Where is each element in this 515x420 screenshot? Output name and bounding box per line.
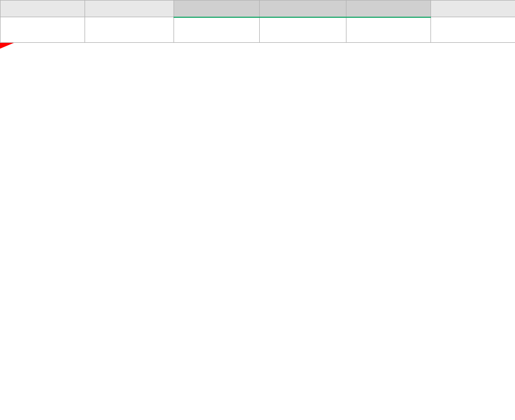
annotation-arrow (0, 43, 515, 420)
col-header-C[interactable] (174, 1, 260, 17)
header-yuwen[interactable] (174, 17, 260, 43)
header-seq[interactable] (1, 17, 85, 43)
column-header-row (1, 1, 516, 17)
col-header-D[interactable] (260, 1, 346, 17)
grid-table[interactable] (0, 0, 515, 43)
header-yingyu[interactable] (346, 17, 431, 43)
col-header-B[interactable] (85, 1, 174, 17)
spreadsheet[interactable] (0, 0, 515, 43)
cell-empty[interactable] (431, 17, 516, 43)
col-header-A[interactable] (1, 1, 85, 17)
col-header-F[interactable] (431, 1, 516, 17)
col-header-E[interactable] (346, 1, 431, 17)
header-shuxue[interactable] (260, 17, 346, 43)
header-name[interactable] (85, 17, 174, 43)
selection-outline (0, 43, 2, 45)
fill-handle[interactable] (0, 43, 4, 47)
table-header-row (1, 17, 516, 43)
